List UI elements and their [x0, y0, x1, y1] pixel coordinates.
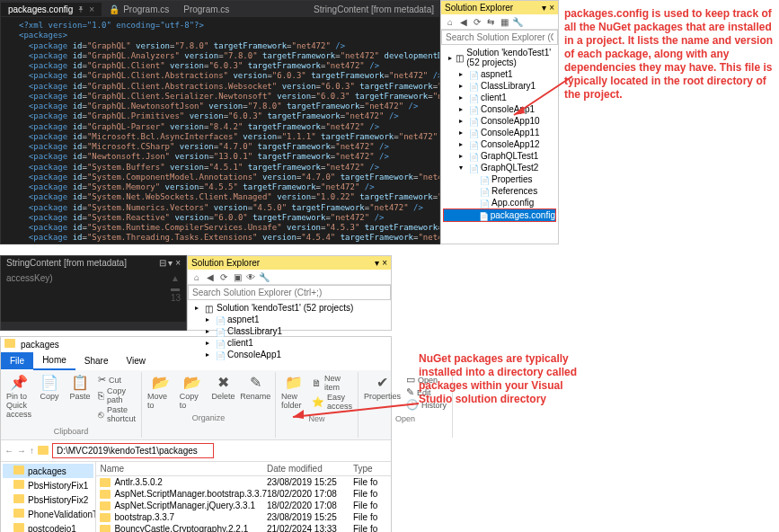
tree-node[interactable]: ▸ClassLibrary1	[190, 325, 389, 337]
pin-icon: 📌	[10, 374, 28, 391]
panel-controls[interactable]: ▾ ×	[542, 3, 554, 13]
cut-icon: ✂	[98, 374, 106, 386]
solution-tree: ▸Solution 'kendoTest1' (52 projects)▸asp…	[188, 300, 391, 362]
folder-tree[interactable]: packagesPbsHistoryFix1PbsHistoryFix2Phon…	[1, 462, 96, 532]
solution-toolbar[interactable]: ⌂ ◀ ⟳ ⇆ ▦ 🔧	[441, 14, 558, 30]
solution-node[interactable]: ▸Solution 'kendoTest1' (52 projects)	[190, 302, 389, 314]
tab-label: packages.config	[8, 4, 73, 14]
code-editor: packages.config 🖈 × 🔒 Program.cs Program…	[0, 0, 440, 244]
show-all-icon[interactable]: ▦	[499, 16, 509, 27]
close-icon[interactable]: ×	[89, 4, 94, 14]
file-row[interactable]: bootstrap.3.3.723/08/2019 15:25File fo	[96, 511, 391, 523]
tab-view[interactable]: View	[118, 352, 155, 369]
mini-tab-label: StringContent [from metadata]	[6, 258, 127, 268]
tab-program-cs-1[interactable]: 🔒 Program.cs	[102, 3, 176, 16]
search-input[interactable]	[441, 30, 558, 45]
paste-shortcut-button[interactable]: ⎋Paste shortcut	[98, 405, 136, 423]
folder-icon	[4, 339, 15, 350]
mini-tab-controls[interactable]: ⊟ ▾ ×	[159, 258, 181, 268]
tree-node[interactable]: ▸ConsoleApp1	[190, 349, 389, 360]
tree-node[interactable]: ▸ConsoleApp11	[443, 127, 556, 138]
folder-node[interactable]: packages	[3, 464, 93, 478]
tab-program-cs-2[interactable]: Program.cs	[176, 3, 236, 16]
folder-node[interactable]: PbsHistoryFix2	[3, 492, 93, 507]
svg-line-2	[293, 403, 419, 417]
back-icon[interactable]: ◀	[205, 271, 216, 282]
tab-packages-config[interactable]: packages.config 🖈 ×	[1, 3, 102, 16]
up-icon[interactable]: ↑	[30, 446, 34, 456]
col-date[interactable]: Date modified	[267, 464, 353, 474]
file-row[interactable]: AspNet.ScriptManager.bootstrap.3.3.718/0…	[96, 488, 391, 500]
solution-toolbar[interactable]: ⌂ ◀ ⟳ ▣ 👁 🔧	[188, 270, 391, 285]
back-icon[interactable]: ◀	[458, 16, 469, 27]
wrench-icon[interactable]: 🔧	[259, 271, 270, 282]
copy-path-button[interactable]: ⎘Copy path	[98, 386, 136, 404]
newfolder-icon: 📁	[285, 374, 303, 391]
solution-node[interactable]: ▸Solution 'kendoTest1' (52 projects)	[443, 47, 556, 68]
copy-button[interactable]: 📄Copy	[37, 374, 62, 401]
tree-node[interactable]: Properties	[443, 173, 556, 185]
tree-node[interactable]: App.config	[443, 197, 556, 208]
home-icon[interactable]: ⌂	[445, 16, 456, 27]
forward-icon[interactable]: →	[17, 446, 26, 456]
panel-controls[interactable]: ▾ ×	[375, 258, 387, 268]
code-content[interactable]: <?xml version="1.0" encoding="utf-8"?><p…	[1, 17, 439, 244]
solution-explorer-mini: Solution Explorer ▾ × ⌂ ◀ ⟳ ▣ 👁 🔧 ▸Solut…	[187, 255, 392, 331]
file-row[interactable]: AspNet.ScriptManager.jQuery.3.3.118/02/2…	[96, 500, 391, 511]
scroll-marker: ▲▬13	[171, 273, 181, 303]
pin-icon[interactable]: 🖈	[76, 4, 85, 14]
tree-node[interactable]: packages.config	[443, 208, 556, 222]
column-headers[interactable]: Name Date modified Type	[96, 462, 391, 476]
panel-title-text: Solution Explorer	[445, 3, 513, 13]
tab-home[interactable]: Home	[33, 351, 75, 370]
move-to-button[interactable]: 📂Move to	[147, 374, 174, 410]
tree-node[interactable]: References	[443, 185, 556, 197]
tree-node[interactable]: ▸ConsoleApp12	[443, 138, 556, 150]
folder-node[interactable]: postcodeio1	[3, 521, 93, 532]
tree-node[interactable]: ▸client1	[190, 337, 389, 349]
file-row[interactable]: BouncyCastle.Cryptography.2.2.121/02/202…	[96, 523, 391, 532]
home-icon[interactable]: ⌂	[191, 271, 202, 282]
props-icon: ✔	[376, 374, 388, 391]
file-list[interactable]: Name Date modified Type Antlr.3.5.0.223/…	[96, 462, 391, 532]
paste-button[interactable]: 📋Paste	[67, 374, 93, 401]
delete-icon: ✖	[217, 374, 229, 391]
col-name[interactable]: Name	[96, 464, 267, 474]
rename-icon: ✎	[250, 374, 261, 391]
svg-marker-1	[514, 106, 525, 115]
sync-icon[interactable]: ⇆	[485, 16, 496, 27]
refresh-icon[interactable]: ⟳	[472, 16, 482, 27]
collapse-icon[interactable]: ▣	[232, 271, 243, 282]
cut-button[interactable]: ✂Cut	[98, 374, 136, 386]
properties-icon[interactable]: 🔧	[512, 16, 523, 27]
annotation-packages-config: packages.config is used to keep track of…	[559, 0, 779, 244]
file-row[interactable]: Antlr.3.5.0.223/08/2019 15:25File fo	[96, 476, 391, 488]
folder-node[interactable]: PhoneValidationTest	[3, 507, 93, 521]
tab-file[interactable]: File	[1, 352, 33, 369]
refresh-icon[interactable]: ⟳	[218, 271, 229, 282]
back-icon[interactable]: ←	[4, 446, 13, 456]
shortcut-icon: ⎋	[98, 409, 104, 420]
arrow-icon	[505, 72, 577, 126]
folder-node[interactable]: PbsHistoryFix1	[3, 478, 93, 492]
show-icon[interactable]: 👁	[245, 271, 256, 282]
copy-icon: 📄	[40, 374, 58, 391]
new-item-button[interactable]: 🗎New item	[312, 374, 352, 392]
copy-to-button[interactable]: 📂Copy to	[180, 374, 206, 410]
rename-button[interactable]: ✎Rename	[241, 374, 270, 401]
panel-title-text: Solution Explorer	[191, 258, 260, 268]
pin-quick-access-button[interactable]: 📌Pin to Quick access	[6, 374, 31, 419]
tree-node[interactable]: ▾GraphQLTest2	[443, 162, 556, 173]
group-label: Organize	[192, 412, 226, 422]
tree-node[interactable]: ▸GraphQLTest1	[443, 150, 556, 162]
mini-editor-tab[interactable]: StringContent [from metadata] ⊟ ▾ ×	[1, 256, 186, 270]
address-input[interactable]	[52, 443, 214, 458]
tree-node[interactable]: ▸aspnet1	[190, 314, 389, 325]
lock-icon: 🔒	[109, 4, 120, 14]
copyto-icon: 📂	[183, 374, 201, 391]
col-type[interactable]: Type	[353, 464, 391, 474]
tab-share[interactable]: Share	[75, 352, 118, 369]
search-input[interactable]	[188, 285, 391, 300]
path-icon: ⎘	[98, 390, 104, 401]
delete-button[interactable]: ✖Delete	[210, 374, 235, 401]
